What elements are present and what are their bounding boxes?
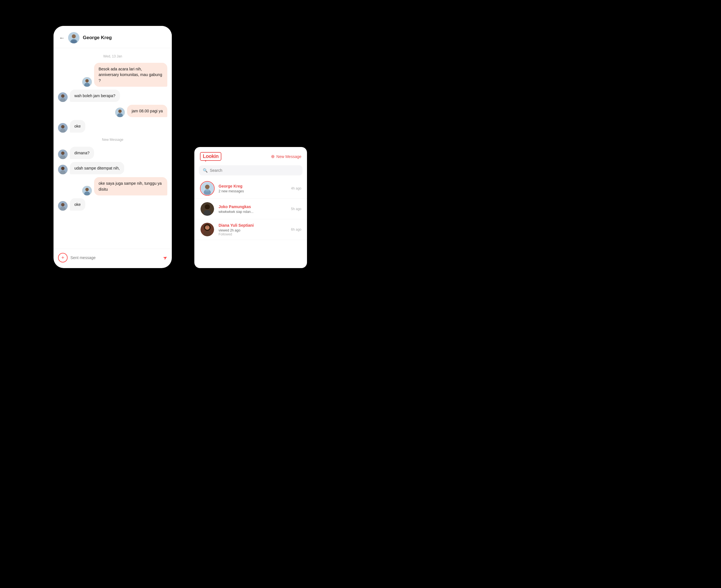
receiver-avatar [58,123,68,133]
message-input[interactable] [70,255,160,260]
message-bubble-received: oke [70,198,85,211]
svg-point-1 [72,34,76,38]
new-message-label: New Message [58,138,167,142]
search-bar: 🔍 [199,165,302,175]
avatar-inner [201,182,214,195]
svg-point-26 [61,203,64,206]
inbox-item-joko[interactable]: Joko Pamungkas wkwkwkwk siap ndan... 5h … [194,199,307,219]
inbox-header: Lookin ⊕ New Message [194,147,307,164]
contact-preview: viewed 2h ago [218,228,287,232]
message-time: 4h ago [291,186,301,190]
inbox-contact-info: George Kreg 2 new messages [218,184,287,193]
svg-point-17 [61,151,64,155]
avatar-face-george [201,182,214,195]
back-button[interactable]: ← [59,35,65,41]
receiver-avatar [58,92,68,102]
search-icon: 🔍 [203,168,208,173]
logo-text: Lookin [203,153,218,159]
plus-circle-icon: ⊕ [271,154,275,159]
contact-avatar-george [200,181,215,196]
chat-messages: Wed, 13 Jan Besok ada acara lari nih, an… [54,48,172,249]
message-bubble-sent: Besok ada acara lari nih, anniversary ko… [94,63,167,87]
date-divider: Wed, 13 Jan [58,54,167,58]
logo-dot [205,160,207,162]
avatar-face-diana [200,223,214,236]
chat-input-area: + ➤ [54,249,172,268]
svg-rect-31 [205,190,209,191]
message-row: oke saya juga sampe nih, tunggu ya disit… [58,177,167,195]
chat-header: ← George Kreg [54,26,172,48]
new-message-label: New Message [276,154,301,159]
contact-avatar-joko [200,202,215,216]
svg-point-5 [85,79,89,83]
inbox-item-diana[interactable]: Diana Yuli Septiani viewed 2h ago Follow… [194,219,307,240]
svg-point-20 [61,167,64,170]
receiver-avatar [58,165,68,174]
contact-preview: 2 new messages [218,189,287,193]
contact-sub-preview: Followed [218,232,287,236]
message-row: oke [58,198,167,211]
contact-name: George Kreg [218,184,287,188]
sender-avatar [82,77,92,87]
message-row: Besok ada acara lari nih, anniversary ko… [58,63,167,87]
message-bubble-sent: oke saya juga sampe nih, tunggu ya disit… [94,177,167,195]
svg-point-11 [118,109,122,113]
receiver-avatar [58,149,68,159]
send-button[interactable]: ➤ [162,254,169,261]
svg-point-29 [205,185,210,189]
message-bubble-sent: jam 08.00 pagi ya [127,105,167,117]
contact-name: Joko Pamungkas [218,205,287,209]
svg-point-3 [71,40,76,43]
message-row: udah sampe ditempat nih, [58,162,167,174]
message-row: wah boleh jam berapa? [58,89,167,102]
inbox-contact-info: Diana Yuli Septiani viewed 2h ago Follow… [218,223,287,236]
sender-avatar [82,186,92,195]
message-bubble-received: wah boleh jam berapa? [70,89,120,102]
message-row: jam 08.00 pagi ya [58,105,167,117]
message-row: dimana? [58,147,167,159]
svg-point-14 [61,125,64,128]
avatar-face-joko [200,202,214,216]
app-scene: ← George Kreg Wed, 13 Jan Besok ada acar… [54,20,307,274]
new-message-button[interactable]: ⊕ New Message [271,154,301,159]
avatar-inner [200,223,214,236]
svg-point-35 [205,204,210,209]
message-row: oke [58,120,167,132]
message-time: 6h ago [291,228,301,231]
svg-point-8 [61,94,64,98]
search-input[interactable] [210,168,299,173]
receiver-avatar [58,201,68,211]
contact-name: George Kreg [83,35,112,41]
inbox-list: George Kreg 2 new messages 4h ago [194,178,307,268]
chat-window: ← George Kreg Wed, 13 Jan Besok ada acar… [54,26,172,268]
contact-preview: wkwkwkwk siap ndan... [218,210,287,214]
inbox-window: Lookin ⊕ New Message 🔍 [194,147,307,268]
logo-box: Lookin [200,152,221,161]
sender-avatar [115,108,125,117]
contact-name: Diana Yuli Septiani [218,223,287,228]
message-bubble-received: dimana? [70,147,94,159]
message-time: 5h ago [291,207,301,211]
inbox-item-george[interactable]: George Kreg 2 new messages 4h ago [194,178,307,199]
svg-point-23 [85,188,89,191]
add-attachment-button[interactable]: + [58,253,68,262]
app-logo: Lookin [200,152,221,161]
contact-avatar-diana [200,222,215,237]
message-bubble-received: oke [70,120,85,132]
inbox-contact-info: Joko Pamungkas wkwkwkwk siap ndan... [218,205,287,214]
avatar-inner [200,202,214,216]
contact-avatar [68,32,80,43]
message-bubble-received: udah sampe ditempat nih, [70,162,124,174]
